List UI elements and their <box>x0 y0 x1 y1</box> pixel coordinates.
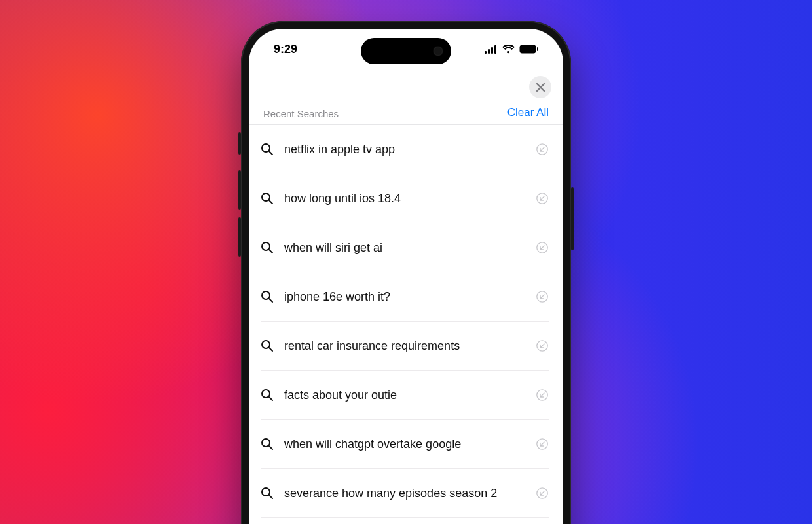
recent-search-item[interactable]: how long until ios 18.4 <box>261 174 549 223</box>
svg-line-22 <box>269 397 272 400</box>
safari-search-overlay: Recent Searches Clear All netflix in app… <box>249 69 563 524</box>
phone-screen: 9:29 <box>249 29 563 524</box>
recent-search-item[interactable]: facts about your outie <box>261 371 549 420</box>
clear-all-button[interactable]: Clear All <box>507 106 549 119</box>
svg-line-19 <box>269 348 272 351</box>
recent-search-item[interactable]: netflix in apple tv app <box>261 125 549 174</box>
search-icon <box>261 290 274 303</box>
recent-searches-header: Recent Searches Clear All <box>249 102 563 125</box>
svg-point-27 <box>262 488 270 496</box>
tap-to-fill-icon[interactable] <box>536 388 549 402</box>
svg-rect-1 <box>488 49 490 54</box>
recent-search-text: iphone 16e worth it? <box>284 290 525 305</box>
recent-searches-list: netflix in apple tv app how long until i… <box>249 125 563 524</box>
svg-rect-3 <box>494 45 496 54</box>
svg-line-7 <box>269 151 272 155</box>
tap-to-fill-icon[interactable] <box>536 192 549 205</box>
recent-search-item[interactable]: when will siri get ai <box>261 223 549 272</box>
recent-search-item[interactable]: iphone 16e worth it? <box>261 272 549 322</box>
volume-down-button <box>238 217 241 257</box>
svg-line-10 <box>269 200 272 204</box>
cellular-icon <box>485 45 498 54</box>
svg-rect-2 <box>491 47 493 54</box>
dynamic-island <box>361 38 451 64</box>
svg-point-15 <box>262 291 270 299</box>
search-icon <box>261 438 274 451</box>
search-icon <box>261 192 274 205</box>
mute-switch <box>238 132 241 155</box>
svg-line-28 <box>269 495 272 498</box>
recent-search-text: when will siri get ai <box>284 240 525 255</box>
side-power-button <box>571 187 574 250</box>
tap-to-fill-icon[interactable] <box>536 438 549 451</box>
search-icon <box>261 388 274 402</box>
recent-search-item[interactable]: when will chatgpt overtake google <box>261 420 549 469</box>
recent-search-item[interactable]: eating eggs after fridge dies <box>261 518 549 524</box>
search-icon <box>261 339 274 352</box>
search-icon <box>261 143 274 156</box>
wifi-icon <box>502 45 515 54</box>
recent-search-text: netflix in apple tv app <box>284 142 525 157</box>
svg-line-16 <box>269 299 272 302</box>
close-bar <box>249 69 563 102</box>
tap-to-fill-icon[interactable] <box>536 290 549 303</box>
search-icon <box>261 487 274 500</box>
recent-search-text: severance how many episodes season 2 <box>284 486 525 501</box>
svg-point-9 <box>262 193 270 201</box>
recent-search-text: how long until ios 18.4 <box>284 191 525 206</box>
recent-search-text: rental car insurance requirements <box>284 339 525 354</box>
battery-icon <box>519 45 538 54</box>
status-right-cluster <box>485 45 538 54</box>
svg-point-24 <box>262 439 270 447</box>
section-title: Recent Searches <box>263 108 339 119</box>
svg-point-21 <box>262 390 270 398</box>
recent-search-item[interactable]: severance how many episodes season 2 <box>261 469 549 518</box>
wallpaper-background: 9:29 <box>0 0 812 524</box>
svg-point-6 <box>262 144 270 152</box>
recent-search-text: facts about your outie <box>284 388 525 403</box>
svg-line-25 <box>269 446 272 449</box>
svg-point-18 <box>262 341 270 348</box>
close-icon <box>536 83 545 92</box>
search-icon <box>261 241 274 254</box>
tap-to-fill-icon[interactable] <box>536 143 549 156</box>
tap-to-fill-icon[interactable] <box>536 487 549 500</box>
close-button[interactable] <box>529 76 551 98</box>
svg-point-12 <box>262 242 270 250</box>
svg-line-13 <box>269 250 272 253</box>
recent-search-text: when will chatgpt overtake google <box>284 437 525 452</box>
svg-rect-4 <box>520 45 536 54</box>
front-camera <box>434 47 443 56</box>
volume-up-button <box>238 170 241 210</box>
recent-search-item[interactable]: rental car insurance requirements <box>261 322 549 371</box>
svg-rect-5 <box>537 47 538 51</box>
tap-to-fill-icon[interactable] <box>536 241 549 254</box>
svg-rect-0 <box>485 51 487 54</box>
tap-to-fill-icon[interactable] <box>536 339 549 352</box>
phone-frame: 9:29 <box>241 21 571 524</box>
status-time: 9:29 <box>274 43 297 56</box>
